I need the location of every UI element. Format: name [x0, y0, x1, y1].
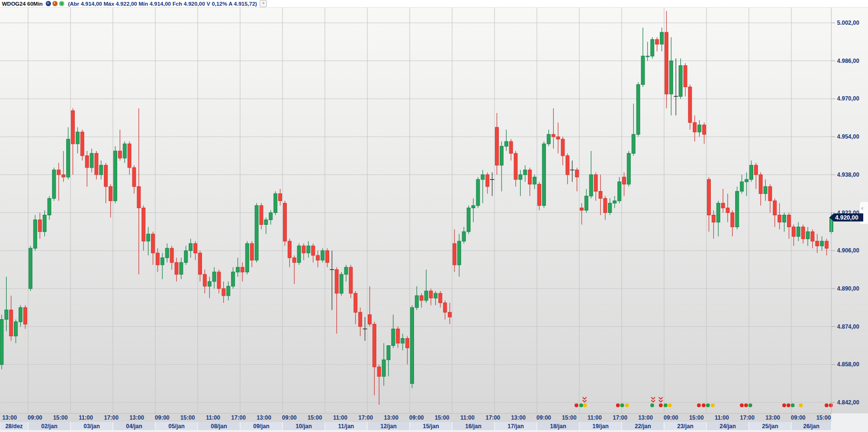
- event-dot-icon[interactable]: [664, 403, 667, 407]
- event-dot-icon[interactable]: [744, 403, 748, 407]
- price-axis-label: 4.970,00: [837, 95, 859, 102]
- event-dot-icon[interactable]: [711, 403, 715, 407]
- candle: [52, 168, 56, 201]
- event-dot-icon[interactable]: [740, 403, 744, 407]
- time-axis-label: 17:00: [231, 414, 246, 421]
- price-axis-label: 4.938,00: [837, 171, 859, 178]
- date-axis-label: 19/jan: [592, 423, 608, 430]
- time-axis-label: 11:00: [715, 414, 729, 421]
- time-axis-label: 17:00: [740, 414, 755, 421]
- event-dot-icon[interactable]: [650, 403, 654, 407]
- date-axis-label: 02/jan: [41, 423, 57, 430]
- price-axis-label: 4.986,00: [837, 58, 859, 64]
- event-dot-icon[interactable]: [829, 403, 833, 407]
- status-green-icon: [59, 1, 64, 6]
- price-axis-label: 4.906,00: [837, 247, 859, 254]
- time-axis-label: 09:00: [28, 414, 42, 421]
- time-axis-label: 09:00: [155, 414, 170, 421]
- time-axis-label: 13:00: [511, 414, 526, 421]
- candle: [340, 272, 343, 296]
- time-axis-label: 15:00: [434, 414, 449, 421]
- time-axis-label: 17:00: [485, 414, 500, 421]
- time-axis-label: 13:00: [766, 414, 780, 421]
- exchange-badge-icon: [46, 1, 51, 6]
- price-axis-label: 4.858,00: [837, 361, 859, 368]
- date-axis-label: 23/jan: [677, 423, 693, 430]
- candle: [736, 187, 739, 230]
- date-axis-label: 10/jan: [295, 423, 312, 430]
- time-axis-label: 09:00: [791, 414, 806, 421]
- event-dot-icon[interactable]: [668, 403, 672, 407]
- price-axis-label: 4.842,00: [837, 399, 859, 406]
- date-axis-label: 12/jan: [380, 423, 396, 430]
- candle: [245, 241, 249, 274]
- candle: [476, 177, 480, 208]
- event-dot-icon[interactable]: [625, 403, 629, 407]
- candlestick-chart[interactable]: ‹5.002,004.986,004.970,004.954,004.938,0…: [0, 0, 868, 432]
- price-axis-label: 4.890,00: [837, 285, 859, 292]
- date-axis-label: 28/dez: [5, 423, 23, 430]
- last-price-tag: 4.920,00: [829, 213, 863, 221]
- event-dot-icon[interactable]: [616, 403, 620, 407]
- chevron-left-icon: ‹: [861, 205, 863, 211]
- candle: [274, 191, 277, 215]
- event-dot-icon[interactable]: [620, 403, 624, 407]
- candle: [467, 206, 470, 234]
- event-dot-icon[interactable]: [583, 403, 587, 407]
- event-dot-icon[interactable]: [787, 403, 790, 407]
- time-axis-label: 17:00: [613, 414, 627, 421]
- header-icons: [46, 1, 64, 6]
- date-axis-label: 03/jan: [83, 423, 100, 430]
- time-axis-label: 13:00: [130, 414, 144, 421]
- candle: [29, 246, 32, 291]
- candle: [33, 215, 37, 251]
- time-axis-label: 11:00: [333, 414, 347, 421]
- time-axis-label: 15:00: [689, 414, 704, 421]
- event-dot-icon[interactable]: [791, 403, 795, 407]
- time-axis-label: 17:00: [358, 414, 373, 421]
- date-axis-label: 24/jan: [719, 423, 736, 430]
- time-axis-label: 11:00: [79, 414, 93, 421]
- time-axis-label: 11:00: [587, 414, 602, 421]
- date-axis-label: 05/jan: [168, 423, 184, 430]
- trading-app-window: WDOG24 60Min (Abr 4.914,00 Máx 4.922,00 …: [0, 0, 868, 432]
- svg-text:4.920,00: 4.920,00: [835, 214, 858, 221]
- event-dot-icon[interactable]: [825, 403, 828, 407]
- event-dot-icon[interactable]: [697, 403, 701, 407]
- candle: [81, 130, 84, 161]
- time-axis-label: 15:00: [180, 414, 195, 421]
- add-indicator-button[interactable]: +: [260, 0, 267, 7]
- time-axis-label: 15:00: [816, 414, 831, 421]
- event-dot-icon[interactable]: [782, 403, 786, 407]
- candle: [297, 243, 301, 265]
- event-dot-icon[interactable]: [575, 403, 578, 407]
- date-axis-label: 22/jan: [635, 423, 651, 430]
- time-axis-label: 15:00: [307, 414, 322, 421]
- date-axis-label: 08/jan: [211, 423, 227, 430]
- time-axis-label: 13:00: [638, 414, 653, 421]
- event-dot-icon[interactable]: [748, 403, 752, 407]
- event-dot-icon[interactable]: [659, 403, 663, 407]
- event-dot-icon[interactable]: [799, 403, 803, 407]
- time-axis-label: 09:00: [282, 414, 297, 421]
- back-circle-icon[interactable]: [52, 1, 58, 6]
- candle: [283, 201, 287, 246]
- date-axis-label: 26/jan: [803, 423, 819, 430]
- candle: [542, 141, 545, 208]
- candle: [411, 305, 414, 388]
- time-axis-label: 15:00: [53, 414, 68, 421]
- event-dot-icon[interactable]: [702, 403, 706, 407]
- candle: [651, 37, 654, 59]
- event-dot-icon[interactable]: [579, 403, 583, 407]
- time-axis-label: 15:00: [562, 414, 576, 421]
- event-dot-icon[interactable]: [706, 403, 710, 407]
- candle: [349, 265, 353, 298]
- price-axis-label: 4.954,00: [837, 133, 859, 140]
- price-axis-label: 4.874,00: [837, 323, 859, 330]
- date-axis-label: 17/jan: [507, 423, 524, 430]
- symbol-timeframe-label[interactable]: WDOG24 60Min: [2, 1, 43, 7]
- date-axis-label: 18/jan: [550, 423, 566, 430]
- time-axis-label: 13:00: [384, 414, 399, 421]
- chart-header: WDOG24 60Min (Abr 4.914,00 Máx 4.922,00 …: [0, 0, 868, 8]
- time-axis-label: 09:00: [536, 414, 551, 421]
